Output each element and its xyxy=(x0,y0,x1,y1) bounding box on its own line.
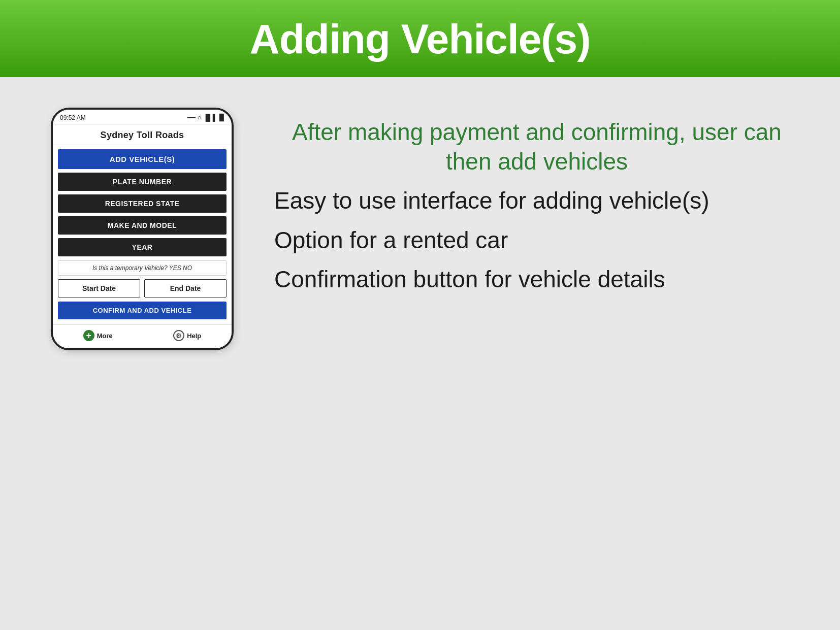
status-time: 09:52 AM xyxy=(60,114,86,121)
nav-help[interactable]: ⚙ Help xyxy=(173,330,201,341)
bullet-3: Option for a rented car xyxy=(274,226,799,255)
plus-icon: + xyxy=(83,330,94,341)
nav-more-label: More xyxy=(97,332,113,340)
confirm-add-vehicle-button[interactable]: CONFIRM AND ADD VEHICLE xyxy=(58,302,227,319)
nav-help-label: Help xyxy=(187,332,201,340)
help-icon: ⚙ xyxy=(173,330,184,341)
make-and-model-field[interactable]: MAKE AND MODEL xyxy=(58,216,227,235)
temp-vehicle-row[interactable]: Is this a temporary Vehicle? YES NO xyxy=(58,260,227,276)
bullet-1: After making payment and confirming, use… xyxy=(274,118,799,176)
bullet-list: After making payment and confirming, use… xyxy=(274,108,799,294)
page-title: Adding Vehicle(s) xyxy=(250,16,591,62)
date-row: Start Date End Date xyxy=(58,279,227,297)
signal-icon: ━━ ○ xyxy=(187,114,201,121)
wifi-signal-icon: ▐▌▌ xyxy=(203,114,217,121)
status-icons: ━━ ○ ▐▌▌ ▉ xyxy=(187,114,224,121)
phone-status-bar: 09:52 AM ━━ ○ ▐▌▌ ▉ xyxy=(53,110,232,125)
phone-mockup: 09:52 AM ━━ ○ ▐▌▌ ▉ Sydney Toll Roads AD… xyxy=(51,108,234,350)
end-date-button[interactable]: End Date xyxy=(144,279,227,297)
bullet-4: Confirmation button for vehicle details xyxy=(274,265,799,294)
bottom-nav: + More ⚙ Help xyxy=(53,324,232,348)
bullet-2: Easy to use interface for adding vehicle… xyxy=(274,186,799,216)
app-title: Sydney Toll Roads xyxy=(53,125,232,145)
page-header: Adding Vehicle(s) xyxy=(0,0,840,77)
nav-more[interactable]: + More xyxy=(83,330,113,341)
year-field[interactable]: YEAR xyxy=(58,238,227,256)
plate-number-field[interactable]: PLATE NUMBER xyxy=(58,173,227,191)
start-date-button[interactable]: Start Date xyxy=(58,279,140,297)
battery-icon: ▉ xyxy=(219,114,224,121)
phone-body: 09:52 AM ━━ ○ ▐▌▌ ▉ Sydney Toll Roads AD… xyxy=(51,108,234,350)
add-vehicles-button[interactable]: ADD VEHICLE(S) xyxy=(58,149,227,169)
registered-state-field[interactable]: REGISTERED STATE xyxy=(58,194,227,213)
main-content: 09:52 AM ━━ ○ ▐▌▌ ▉ Sydney Toll Roads AD… xyxy=(0,77,840,371)
